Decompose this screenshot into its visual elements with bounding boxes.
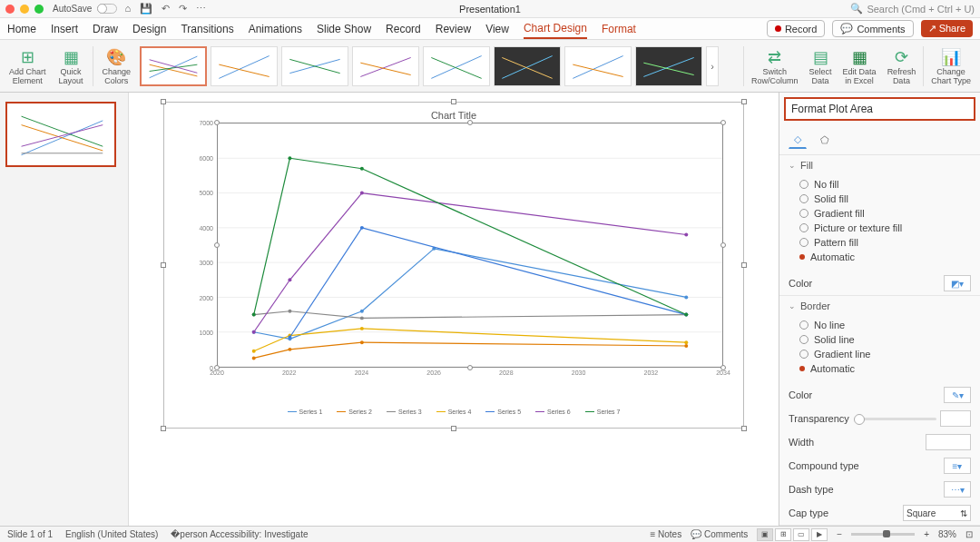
- resize-handle[interactable]: [161, 426, 166, 431]
- width-input[interactable]: [926, 434, 971, 450]
- resize-handle[interactable]: [161, 99, 166, 104]
- border-color-picker[interactable]: ✎▾: [944, 387, 971, 403]
- chart-style-4[interactable]: [352, 46, 419, 86]
- minimize-window[interactable]: [20, 5, 29, 14]
- plot-handle[interactable]: [720, 120, 726, 125]
- switch-row-column[interactable]: ⇄Switch Row/Column: [746, 46, 804, 86]
- chart-style-8[interactable]: [635, 46, 702, 86]
- tab-animations[interactable]: Animations: [249, 20, 302, 38]
- chart-title[interactable]: Chart Title: [164, 103, 743, 121]
- tab-chartdesign[interactable]: Chart Design: [524, 19, 587, 39]
- dash-picker[interactable]: ⋯▾: [944, 481, 971, 498]
- fill-no[interactable]: No fill: [799, 177, 971, 192]
- zoom-in[interactable]: +: [924, 529, 929, 539]
- border-header[interactable]: Border: [779, 296, 980, 316]
- change-colors[interactable]: 🎨Change Colors: [97, 47, 137, 85]
- tab-format[interactable]: Format: [602, 20, 636, 38]
- quick-layout[interactable]: ▦Quick Layout: [54, 47, 89, 85]
- y-axis[interactable]: 01000200030004000500060007000: [191, 123, 215, 368]
- border-solid[interactable]: Solid line: [799, 332, 971, 347]
- plot-handle[interactable]: [467, 120, 473, 125]
- language[interactable]: English (United States): [65, 529, 158, 539]
- resize-handle[interactable]: [161, 262, 166, 268]
- chart-style-7[interactable]: [564, 46, 632, 86]
- fill-line-tab[interactable]: ◇: [789, 131, 807, 149]
- border-automatic[interactable]: Automatic: [799, 361, 971, 376]
- transparency-input[interactable]: [940, 410, 971, 427]
- tab-transitions[interactable]: Transitions: [181, 20, 233, 38]
- accessibility[interactable]: �person Accessibility: Investigate: [171, 529, 308, 539]
- slide-count[interactable]: Slide 1 of 1: [7, 529, 53, 539]
- edit-data-excel[interactable]: ▦Edit Data in Excel: [838, 46, 882, 86]
- sorter-view[interactable]: ⊞: [775, 528, 791, 541]
- svg-point-77: [288, 156, 291, 160]
- gallery-next[interactable]: ›: [706, 46, 719, 86]
- fill-automatic[interactable]: Automatic: [799, 250, 971, 264]
- fill-picture[interactable]: Picture or texture fill: [799, 221, 971, 235]
- fill-color-picker[interactable]: ◩▾: [944, 275, 971, 291]
- chart-object[interactable]: Chart Title 0100020003000400050006000700…: [163, 102, 744, 429]
- redo-icon[interactable]: ↷: [179, 3, 187, 15]
- resize-handle[interactable]: [741, 99, 747, 104]
- chart-style-6[interactable]: [494, 46, 561, 86]
- tab-draw[interactable]: Draw: [93, 20, 118, 38]
- record-button[interactable]: Record: [767, 20, 825, 37]
- transparency-slider[interactable]: [855, 418, 936, 420]
- fill-pattern[interactable]: Pattern fill: [799, 235, 971, 250]
- notes-toggle[interactable]: ≡ Notes: [650, 529, 681, 539]
- comments-button[interactable]: 💬Comments: [832, 20, 913, 37]
- change-chart-type[interactable]: 📊Change Chart Type: [926, 46, 976, 86]
- close-window[interactable]: [5, 5, 15, 14]
- resize-handle[interactable]: [451, 99, 456, 104]
- save-icon[interactable]: 💾: [140, 3, 152, 15]
- fill-gradient[interactable]: Gradient fill: [799, 206, 971, 221]
- more-icon[interactable]: ⋯: [196, 3, 206, 15]
- chart-style-3[interactable]: [281, 46, 348, 86]
- chart-style-1[interactable]: [140, 46, 207, 86]
- x-axis[interactable]: 20202022202420262028203020322034: [217, 370, 723, 382]
- search-field[interactable]: 🔍 Search (Cmd + Ctrl + U): [850, 3, 975, 15]
- tab-review[interactable]: Review: [436, 20, 471, 38]
- resize-handle[interactable]: [741, 262, 747, 268]
- border-no[interactable]: No line: [799, 318, 971, 332]
- plot-handle[interactable]: [214, 242, 220, 248]
- resize-handle[interactable]: [451, 426, 456, 431]
- zoom-out[interactable]: −: [837, 529, 842, 539]
- tab-record[interactable]: Record: [386, 20, 421, 38]
- undo-icon[interactable]: ↶: [162, 3, 170, 15]
- zoom-percent[interactable]: 83%: [938, 529, 956, 539]
- select-data[interactable]: ▤Select Data: [804, 46, 838, 86]
- refresh-data[interactable]: ⟳Refresh Data: [882, 46, 922, 86]
- plot-handle[interactable]: [214, 120, 220, 125]
- tab-slideshow[interactable]: Slide Show: [317, 20, 371, 38]
- slideshow-view[interactable]: ▶: [811, 528, 828, 541]
- slide-canvas[interactable]: Chart Title 0100020003000400050006000700…: [129, 93, 779, 526]
- border-gradient[interactable]: Gradient line: [799, 347, 971, 361]
- share-button[interactable]: ↗ Share: [921, 20, 973, 37]
- tab-design[interactable]: Design: [132, 20, 166, 38]
- add-chart-element[interactable]: ⊞Add Chart Element: [4, 47, 52, 85]
- tab-home[interactable]: Home: [7, 20, 36, 38]
- cap-select[interactable]: Square⇅: [903, 505, 971, 521]
- slide-thumbnail-1[interactable]: 1: [5, 102, 116, 167]
- plot-handle[interactable]: [720, 242, 726, 248]
- compound-picker[interactable]: ≡▾: [944, 458, 971, 474]
- chart-style-2[interactable]: [211, 46, 278, 86]
- plot-area[interactable]: [217, 123, 723, 368]
- maximize-window[interactable]: [34, 5, 44, 14]
- home-icon[interactable]: ⌂: [124, 3, 131, 15]
- effects-tab[interactable]: ⬠: [816, 131, 834, 149]
- fill-solid[interactable]: Solid fill: [799, 192, 971, 206]
- tab-insert[interactable]: Insert: [51, 20, 78, 38]
- comments-toggle[interactable]: 💬 Comments: [691, 529, 748, 539]
- legend[interactable]: Series 1Series 2Series 3Series 4Series 5…: [164, 409, 743, 415]
- fill-header[interactable]: Fill: [779, 155, 980, 175]
- fit-window[interactable]: ⊡: [965, 529, 973, 539]
- autosave-toggle[interactable]: AutoSave: [53, 4, 117, 14]
- normal-view[interactable]: ▣: [757, 528, 773, 541]
- resize-handle[interactable]: [741, 426, 747, 431]
- zoom-slider[interactable]: [851, 533, 915, 536]
- chart-style-5[interactable]: [423, 46, 490, 86]
- reading-view[interactable]: ▭: [793, 528, 809, 541]
- tab-view[interactable]: View: [485, 20, 509, 38]
